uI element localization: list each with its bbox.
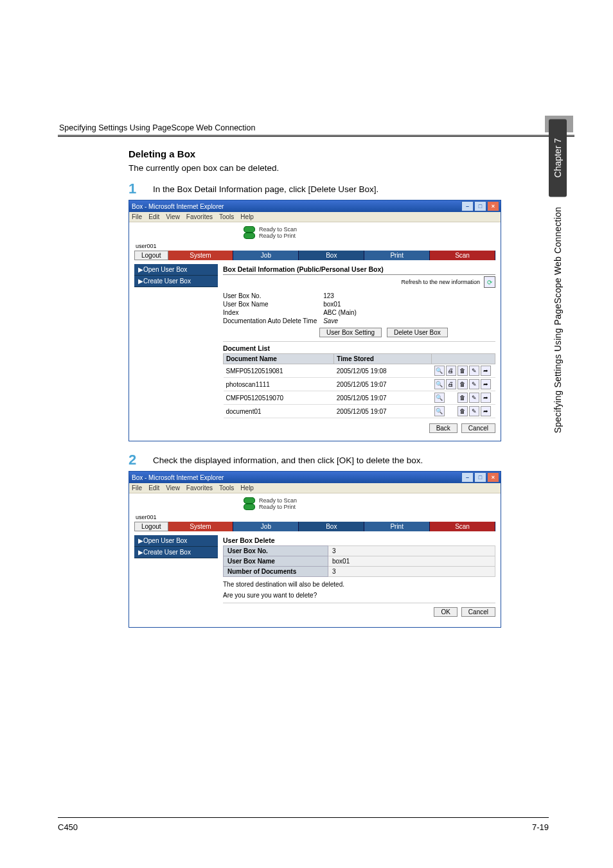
delete-icon[interactable]: 🗑: [458, 379, 468, 389]
cancel-button[interactable]: Cancel: [461, 423, 495, 433]
maximize-icon[interactable]: □: [474, 472, 486, 483]
send-icon[interactable]: ➦: [481, 393, 491, 403]
close-icon[interactable]: ×: [487, 201, 499, 211]
value-auto-delete: Save: [323, 317, 363, 325]
side-chapter: Chapter 7: [549, 119, 567, 197]
tab-scan[interactable]: Scan: [430, 251, 495, 260]
confirm-line-1: The stored destination will also be dele…: [223, 581, 495, 588]
sidebar-create-user-box[interactable]: ▶Create User Box: [134, 276, 218, 287]
sidebar-open-user-box[interactable]: ▶Open User Box: [134, 535, 218, 547]
footer-left: C450: [58, 822, 78, 832]
header-title: Specifying Settings Using PageScope Web …: [59, 123, 256, 132]
value-index: ABC (Main): [323, 308, 363, 317]
status-scan: Ready to Scan: [259, 497, 297, 504]
status-lamp-icon: [244, 497, 255, 504]
value-box-name: box01: [328, 556, 495, 567]
logout-button[interactable]: Logout: [134, 251, 168, 260]
logout-button[interactable]: Logout: [134, 522, 168, 531]
menu-view[interactable]: View: [166, 484, 180, 492]
value-box-no: 123: [323, 292, 363, 300]
delete-icon[interactable]: 🗑: [458, 366, 468, 376]
menu-favorites[interactable]: Favorites: [186, 484, 213, 492]
doc-time: 2005/12/05 19:07: [334, 405, 432, 418]
tab-print[interactable]: Print: [364, 522, 430, 531]
menu-file[interactable]: File: [132, 213, 142, 220]
doc-name: photoscan1111: [224, 378, 334, 391]
side-title: Specifying Settings Using PageScope Web …: [550, 203, 565, 437]
status-lamp-icon: [244, 226, 255, 233]
menu-bar: File Edit View Favorites Tools Help: [129, 483, 501, 493]
ok-button[interactable]: OK: [434, 607, 457, 617]
status-print: Ready to Print: [259, 504, 296, 510]
menu-tools[interactable]: Tools: [219, 213, 234, 220]
status-lamp-icon: [244, 504, 255, 510]
status-lamp-icon: [244, 233, 255, 239]
value-box-no: 3: [328, 546, 495, 556]
side-tabs: Chapter 7 Specifying Settings Using Page…: [549, 119, 567, 438]
edit-icon[interactable]: ✎: [469, 406, 479, 416]
close-icon[interactable]: ×: [487, 472, 499, 483]
tab-box[interactable]: Box: [299, 251, 364, 260]
send-icon[interactable]: ➦: [481, 366, 491, 376]
tab-job[interactable]: Job: [233, 522, 299, 531]
send-icon[interactable]: ➦: [481, 379, 491, 389]
minimize-icon[interactable]: –: [461, 201, 474, 211]
edit-icon[interactable]: ✎: [469, 366, 479, 376]
doc-time: 2005/12/05 19:07: [334, 378, 432, 391]
label-box-no: User Box No.: [224, 546, 328, 556]
menu-help[interactable]: Help: [240, 484, 254, 492]
edit-icon[interactable]: ✎: [469, 379, 479, 389]
print-icon[interactable]: 🖨: [446, 379, 456, 389]
step-2-text: Check the displayed information, and the…: [153, 453, 423, 465]
username: user001: [136, 243, 495, 249]
delete-icon[interactable]: 🗑: [458, 406, 468, 416]
tab-box[interactable]: Box: [299, 522, 364, 531]
menu-favorites[interactable]: Favorites: [186, 213, 213, 220]
value-box-name: box01: [323, 300, 363, 308]
step-number: 2: [129, 453, 141, 467]
window-title: Box - Microsoft Internet Explorer: [132, 474, 224, 481]
doc-name: CMFP05120519070: [224, 391, 334, 405]
tab-print[interactable]: Print: [364, 251, 430, 260]
doc-name: SMFP05120519081: [224, 364, 334, 378]
refresh-icon[interactable]: ⟳: [484, 276, 495, 288]
cancel-button[interactable]: Cancel: [461, 607, 495, 617]
section-intro: The currently open box can be deleted.: [129, 163, 511, 173]
back-button[interactable]: Back: [429, 423, 458, 433]
sidebar-create-user-box[interactable]: ▶Create User Box: [134, 547, 218, 558]
menu-edit[interactable]: Edit: [148, 213, 159, 220]
maximize-icon[interactable]: □: [474, 201, 486, 211]
menu-edit[interactable]: Edit: [148, 484, 159, 492]
tab-job[interactable]: Job: [233, 251, 299, 260]
username: user001: [136, 514, 495, 520]
user-box-setting-button[interactable]: User Box Setting: [319, 328, 382, 337]
sidebar-open-user-box[interactable]: ▶Open User Box: [134, 264, 218, 276]
menu-bar: File Edit View Favorites Tools Help: [129, 212, 501, 222]
tab-system[interactable]: System: [168, 522, 234, 531]
view-icon[interactable]: 🔍: [434, 379, 445, 389]
view-icon[interactable]: 🔍: [434, 393, 445, 403]
step-1-text: In the Box Detail Information page, clic…: [153, 182, 378, 194]
send-icon[interactable]: ➦: [481, 406, 491, 416]
delete-user-box-button[interactable]: Delete User Box: [387, 328, 448, 337]
view-icon[interactable]: 🔍: [434, 366, 445, 376]
table-row: document01 2005/12/05 19:07 🔍 🗑 ✎ ➦: [224, 405, 495, 418]
menu-tools[interactable]: Tools: [219, 484, 234, 492]
edit-icon[interactable]: ✎: [469, 393, 479, 403]
minimize-icon[interactable]: –: [461, 472, 474, 483]
footer-right: 7-19: [532, 822, 549, 832]
print-icon[interactable]: 🖨: [446, 366, 456, 376]
tab-scan[interactable]: Scan: [430, 522, 495, 531]
menu-file[interactable]: File: [132, 484, 142, 492]
label-num-docs: Number of Documents: [224, 567, 328, 577]
doc-name: document01: [224, 405, 334, 418]
view-icon[interactable]: 🔍: [434, 406, 445, 416]
col-time-stored: Time Stored: [334, 354, 432, 364]
table-row: CMFP05120519070 2005/12/05 19:07 🔍 🗑 ✎ ➦: [224, 391, 495, 405]
delete-icon[interactable]: 🗑: [458, 393, 468, 403]
menu-view[interactable]: View: [166, 213, 180, 220]
menu-help[interactable]: Help: [240, 213, 254, 220]
screenshot-box-detail: Box - Microsoft Internet Explorer – □ × …: [129, 200, 501, 441]
value-num-docs: 3: [328, 567, 495, 577]
tab-system[interactable]: System: [168, 251, 234, 260]
